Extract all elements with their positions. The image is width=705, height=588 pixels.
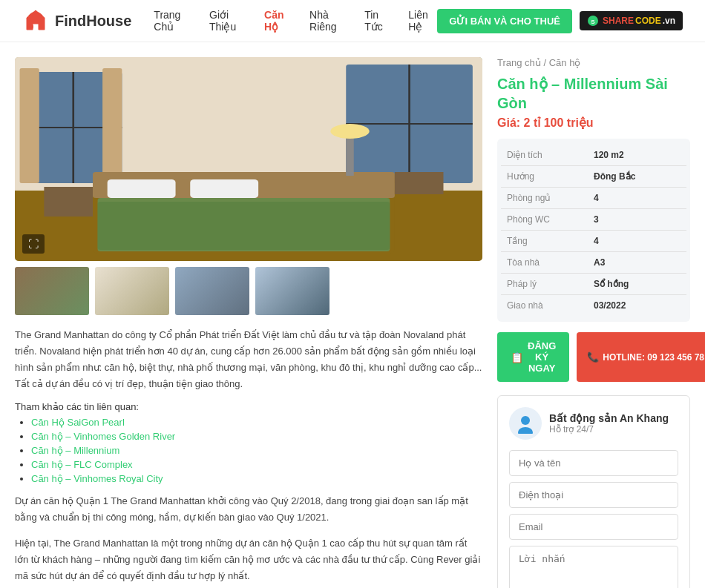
thumbnail-row [15, 267, 482, 315]
property-details-table: Diện tích 120 m2 Hướng Đông Bắc Phòng ng… [497, 139, 690, 322]
detail-label-building: Tòa nhà [507, 257, 594, 268]
form-phone-input[interactable] [509, 482, 678, 508]
sharecode-icon: S [587, 15, 599, 27]
form-note-input[interactable] [509, 546, 678, 588]
agent-header: Bất động sản An Khang Hỗ trợ 24/7 [509, 407, 678, 440]
svg-rect-18 [108, 179, 176, 198]
logo[interactable]: FindHouse [22, 7, 131, 34]
cta-button[interactable]: GỬI BÁN VÀ CHO THUÊ [437, 9, 572, 33]
svg-rect-11 [102, 68, 122, 183]
hotline-button[interactable]: 📞 HOTLINE: 09 123 456 78 [577, 332, 705, 382]
detail-value-legal: Sổ hồng [594, 279, 681, 289]
svg-rect-10 [20, 68, 39, 183]
form-email-input[interactable] [509, 514, 678, 540]
thumbnail-1[interactable] [15, 267, 89, 315]
agent-avatar-icon [515, 413, 536, 434]
svg-rect-20 [98, 202, 390, 250]
expand-image-button[interactable]: ⛶ [22, 234, 45, 254]
detail-value-wc: 3 [594, 214, 681, 225]
thumbnail-3[interactable] [175, 267, 249, 315]
detail-label-handover: Giao nhà [507, 300, 594, 311]
nav-trang-chu[interactable]: Trang Chủ [154, 9, 193, 33]
thumbnail-4[interactable] [255, 267, 329, 315]
detail-value-area: 120 m2 [594, 150, 681, 160]
main-nav: Trang Chủ Giới Thiệu Căn Hộ Nhà Riêng Ti… [154, 9, 437, 33]
detail-value-floor: 4 [594, 236, 681, 246]
main-property-image: ⛶ [15, 57, 482, 261]
detail-value-direction: Đông Bắc [594, 171, 681, 182]
ref-link-5[interactable]: Căn hộ – Vinhomes Royal City [31, 473, 163, 484]
hotline-label: HOTLINE: 09 123 456 78 [603, 352, 704, 363]
detail-label-bedroom: Phòng ngủ [507, 193, 594, 203]
register-label: ĐĂNG KÝ NGAY [528, 340, 556, 374]
sidebar-contact-card: Bất động sản An Khang Hỗ trợ 24/7 ĐĂNG K… [497, 395, 690, 588]
nav-lien-he[interactable]: Liên Hệ [408, 9, 437, 33]
detail-value-bedroom: 4 [594, 193, 681, 203]
register-button[interactable]: 📋 ĐĂNG KÝ NGAY [497, 332, 569, 382]
nav-gioi-thieu[interactable]: Giới Thiệu [209, 9, 248, 33]
ref-1: Căn Hộ SaiGon Pearl [31, 416, 482, 428]
breadcrumb-separator: / [543, 57, 548, 68]
refs-list: Căn Hộ SaiGon Pearl Căn hộ – Vinhomes Go… [15, 416, 482, 484]
ref-5: Căn hộ – Vinhomes Royal City [31, 472, 482, 484]
svg-point-25 [521, 416, 530, 425]
detail-value-handover: 03/2022 [594, 300, 681, 311]
property-price: Giá: 2 tỉ 100 triệu [497, 116, 690, 130]
agent-avatar [509, 407, 542, 440]
action-buttons: 📋 ĐĂNG KÝ NGAY 📞 HOTLINE: 09 123 456 78 [497, 332, 690, 382]
ref-3: Căn hộ – Millennium [31, 444, 482, 456]
nav-can-ho[interactable]: Căn Hộ [264, 9, 293, 33]
ref-2: Căn hộ – Vinhomes Golden River [31, 430, 482, 442]
logo-icon [22, 7, 49, 34]
breadcrumb-current: Căn hộ [549, 57, 581, 68]
property-title: Căn hộ – Millennium Sài Gòn [497, 74, 690, 113]
svg-rect-24 [44, 187, 93, 217]
breadcrumb: Trang chủ / Căn hộ [497, 57, 690, 68]
detail-label-direction: Hướng [507, 171, 594, 182]
detail-label-legal: Pháp lý [507, 279, 594, 289]
svg-text:S: S [591, 19, 595, 25]
form-name-input[interactable] [509, 450, 678, 476]
detail-label-area: Diện tích [507, 150, 594, 160]
sharecode-badge: S SHARECODE.vn [580, 11, 683, 30]
svg-rect-19 [190, 179, 258, 198]
agent-name: Bất động sản An Khang [549, 412, 669, 424]
ref-4: Căn hộ – FLC Complex [31, 458, 482, 470]
detail-label-wc: Phòng WC [507, 214, 594, 225]
description-1: The Grand Manhattan do công ty Cổ phần P… [15, 327, 482, 392]
description-2: Dự án căn hộ Quận 1 The Grand Manhattan … [15, 493, 482, 526]
ref-link-2[interactable]: Căn hộ – Vinhomes Golden River [31, 431, 175, 442]
nav-tin-tuc[interactable]: Tin Tức [364, 9, 392, 33]
description-3: Hiện tại, The Grand Manhattan là một tro… [15, 535, 482, 584]
thumbnail-2[interactable] [95, 267, 169, 315]
register-icon: 📋 [511, 351, 523, 363]
ref-link-4[interactable]: Căn hộ – FLC Complex [31, 459, 133, 470]
agent-support: Hỗ trợ 24/7 [549, 424, 669, 435]
svg-rect-23 [395, 172, 444, 194]
agent-info: Bất động sản An Khang Hỗ trợ 24/7 [549, 412, 669, 435]
nav-nha-rieng[interactable]: Nhà Riêng [309, 9, 348, 33]
detail-label-floor: Tầng [507, 236, 594, 246]
logo-text: FindHouse [55, 13, 131, 30]
ref-link-3[interactable]: Căn hộ – Millennium [31, 445, 119, 456]
phone-icon: 📞 [587, 351, 599, 363]
svg-point-22 [330, 124, 370, 139]
svg-point-26 [518, 427, 533, 434]
detail-value-building: A3 [594, 257, 681, 268]
ref-link-1[interactable]: Căn Hộ SaiGon Pearl [31, 417, 125, 428]
breadcrumb-home[interactable]: Trang chủ [497, 57, 541, 68]
refs-title: Tham khảo các tin liên quan: [15, 401, 482, 412]
